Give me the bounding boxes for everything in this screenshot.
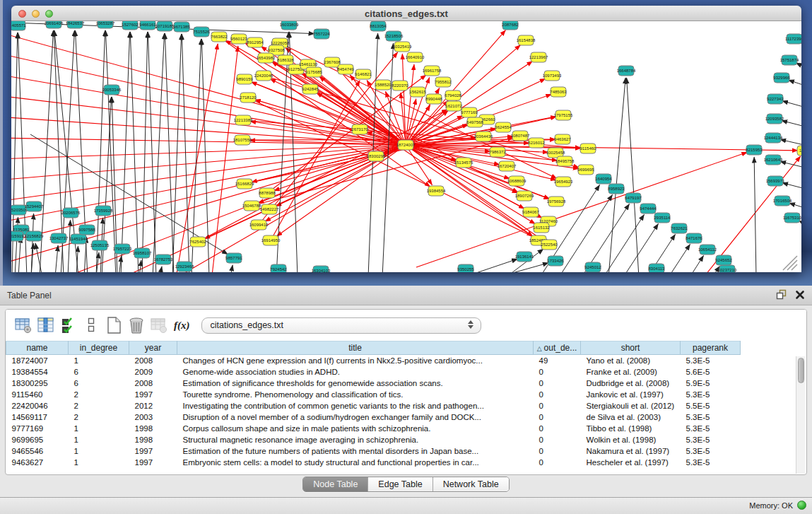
graph-node[interactable]: 9890159 [236, 74, 253, 84]
tab-edge-table[interactable]: Edge Table [367, 477, 432, 491]
graph-node[interactable]: 8215953 [746, 145, 763, 155]
graph-node[interactable]: 18724007 [396, 140, 416, 150]
graph-node[interactable]: 8813054 [370, 21, 387, 31]
graph-node[interactable]: 1527602 [122, 21, 139, 30]
table-row[interactable]: 977716911998Corpus callosum shape and si… [6, 423, 807, 434]
table-row[interactable]: 946362711997Embryonic stem cells: a mode… [6, 457, 807, 468]
graph-node[interactable]: 9329966 [773, 73, 790, 83]
graph-node[interactable]: 18107550 [233, 135, 252, 145]
tab-network-table[interactable]: Network Table [433, 477, 509, 491]
graph-node[interactable]: 7625402 [189, 237, 206, 247]
graph-node[interactable]: 13042737 [49, 233, 69, 243]
graph-node[interactable]: 11172390 [785, 34, 801, 44]
float-panel-icon[interactable] [776, 289, 787, 303]
graph-node[interactable]: 1615132 [533, 223, 550, 233]
graph-node[interactable]: 9671385 [173, 22, 190, 32]
graph-node[interactable]: 16304103 [312, 266, 331, 272]
graph-node[interactable]: 7986372 [489, 147, 506, 157]
graph-node[interactable]: 20364436 [474, 132, 493, 141]
graph-node[interactable]: 2673170 [351, 124, 368, 134]
graph-node[interactable]: 8471676 [686, 233, 702, 243]
graph-node[interactable]: 2718120 [240, 93, 257, 103]
graph-node[interactable]: 15166829 [235, 179, 254, 189]
graph-node[interactable]: 2087682 [502, 21, 519, 30]
graph-node[interactable]: 9699695 [577, 165, 594, 175]
graph-node[interactable]: 15958 [797, 146, 801, 156]
column-header-in_degree[interactable]: in_degree [69, 341, 129, 355]
graph-node[interactable]: 18300295 [367, 151, 386, 161]
graph-node[interactable]: 8990448 [425, 94, 442, 104]
graph-node[interactable]: 16720407 [498, 161, 517, 171]
graph-node[interactable]: 12093582 [765, 114, 784, 124]
graph-node[interactable]: 6479197 [625, 193, 642, 203]
table-row[interactable]: 1872400712008Changes of HCN gene express… [6, 355, 807, 366]
row-height-icon[interactable] [81, 315, 102, 335]
graph-node[interactable]: 7955812 [435, 77, 452, 87]
table-row[interactable]: 1456911722003Disruption of a novel membe… [6, 411, 807, 423]
graph-node[interactable]: 19136141 [515, 252, 534, 262]
graph-node[interactable]: 19384554 [427, 186, 446, 196]
graph-node[interactable]: 9560123 [230, 34, 247, 44]
graph-node[interactable]: 9857791 [225, 253, 242, 263]
column-header-pagerank[interactable]: pagerank [681, 341, 741, 355]
graph-node[interactable]: 16648784 [617, 66, 636, 76]
graph-node[interactable]: 16914950 [261, 235, 281, 245]
function-builder-icon[interactable]: f(x) [174, 320, 190, 332]
graph-node[interactable]: 8454749 [337, 64, 354, 74]
graph-node[interactable]: 7632621 [671, 223, 688, 233]
graph-node[interactable]: 19654923 [554, 177, 573, 187]
graph-node[interactable]: 20691406 [45, 21, 64, 28]
graph-node[interactable]: 12505135 [90, 240, 110, 250]
graph-node[interactable]: 18907269 [515, 191, 534, 201]
graph-node[interactable]: 9474444 [640, 204, 657, 214]
graph-node[interactable]: 17957223 [113, 244, 132, 254]
table-row[interactable]: 1938455462009Genome-wide association stu… [6, 366, 807, 378]
graph-node[interactable]: 9350255 [457, 264, 474, 272]
graph-node[interactable]: 16033809 [280, 21, 299, 30]
graph-node[interactable]: 8912954 [247, 37, 264, 47]
window-resize-grip[interactable] [783, 256, 797, 270]
graph-node[interactable]: 10237210 [718, 265, 737, 272]
graph-node[interactable]: 8186328 [277, 55, 294, 65]
graph-node[interactable]: 19756928 [547, 197, 566, 206]
graph-node[interactable]: 16154838 [517, 35, 536, 45]
graph-node[interactable]: 11675310 [783, 213, 801, 223]
graph-node[interactable]: 7557224 [313, 29, 330, 39]
graph-node[interactable]: 12444134 [764, 133, 783, 143]
graph-node[interactable]: 7663822 [211, 32, 228, 42]
graph-node[interactable]: 1640954 [595, 174, 612, 184]
graph-node[interactable]: 9245652 [715, 255, 732, 265]
graph-node[interactable]: 15693971 [766, 176, 785, 186]
table-row[interactable]: 969969511998Structural magnetic resonanc… [6, 434, 807, 445]
graph-node[interactable]: 16210643 [764, 155, 783, 165]
table-row[interactable]: 2242004622012Investigating the contribut… [6, 400, 807, 411]
graph-node[interactable]: 15218506 [384, 31, 404, 41]
graph-node[interactable]: 3624554 [495, 122, 512, 132]
graph-node[interactable]: 15294407 [25, 201, 44, 211]
graph-node[interactable]: 9463627 [554, 134, 571, 144]
table-row[interactable]: 911546021997Tourette syndrome. Phenomeno… [6, 389, 807, 400]
graph-node[interactable]: 17016504 [773, 196, 792, 206]
network-canvas[interactable]: 1405571206914061842653710653287152760294… [11, 21, 801, 272]
table-source-dropdown[interactable]: citations_edges.txt [201, 317, 481, 334]
graph-node[interactable]: 1621072 [445, 101, 462, 111]
network-window-titlebar[interactable]: citations_edges.txt [11, 6, 801, 21]
graph-node[interactable]: 22420046 [254, 71, 273, 81]
select-rows-icon[interactable] [58, 315, 79, 335]
graph-node[interactable]: 15751874 [780, 55, 799, 65]
table-row[interactable]: 1830029562008Estimation of significance … [6, 378, 807, 389]
graph-node[interactable]: 12213383 [234, 115, 253, 125]
graph-node[interactable]: 9227343 [767, 94, 784, 104]
graph-node[interactable]: 8958923 [608, 184, 625, 194]
graph-node[interactable]: 8220370 [392, 81, 408, 90]
graph-node[interactable]: 10973493 [543, 71, 562, 81]
close-panel-icon[interactable] [795, 290, 805, 303]
graph-node[interactable]: 20053346 [102, 85, 122, 95]
graph-node[interactable]: 9146821 [355, 69, 372, 79]
table-scrollbar-thumb[interactable] [798, 358, 804, 383]
graph-node[interactable]: 15046788 [242, 201, 261, 211]
graph-node[interactable]: 9242845 [302, 84, 319, 94]
graph-node[interactable]: 9466161 [139, 21, 156, 30]
graph-node[interactable]: 1733426 [547, 256, 564, 266]
delete-table-icon[interactable] [126, 315, 147, 335]
